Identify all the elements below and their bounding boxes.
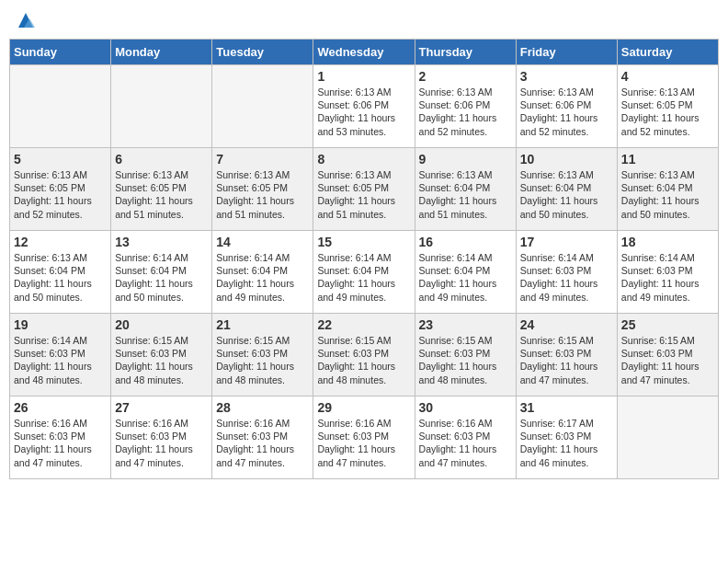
calendar-cell: 31Sunrise: 6:17 AMSunset: 6:03 PMDayligh… — [516, 396, 617, 479]
day-number: 23 — [419, 317, 512, 332]
day-info: Sunrise: 6:13 AMSunset: 6:05 PMDaylight:… — [317, 168, 410, 221]
day-info: Sunrise: 6:13 AMSunset: 6:04 PMDaylight:… — [621, 168, 714, 221]
day-info: Sunrise: 6:14 AMSunset: 6:03 PMDaylight:… — [520, 251, 613, 304]
day-number: 12 — [14, 235, 107, 249]
day-info: Sunrise: 6:13 AMSunset: 6:05 PMDaylight:… — [621, 86, 714, 138]
calendar-cell: 29Sunrise: 6:16 AMSunset: 6:03 PMDayligh… — [313, 396, 415, 479]
day-number: 8 — [317, 152, 410, 167]
day-number: 17 — [520, 235, 613, 249]
day-info: Sunrise: 6:14 AMSunset: 6:03 PMDaylight:… — [621, 251, 714, 304]
calendar-cell: 26Sunrise: 6:16 AMSunset: 6:03 PMDayligh… — [10, 396, 111, 479]
calendar-cell: 22Sunrise: 6:15 AMSunset: 6:03 PMDayligh… — [313, 314, 415, 396]
day-info: Sunrise: 6:14 AMSunset: 6:04 PMDaylight:… — [317, 251, 410, 304]
day-info: Sunrise: 6:13 AMSunset: 6:05 PMDaylight:… — [115, 168, 208, 221]
day-number: 7 — [216, 152, 309, 167]
day-info: Sunrise: 6:16 AMSunset: 6:03 PMDaylight:… — [317, 417, 410, 469]
calendar-week-row: 5Sunrise: 6:13 AMSunset: 6:05 PMDaylight… — [10, 148, 719, 231]
day-number: 21 — [216, 317, 309, 332]
day-info: Sunrise: 6:13 AMSunset: 6:06 PMDaylight:… — [419, 86, 512, 138]
day-number: 22 — [317, 317, 410, 332]
calendar-cell: 8Sunrise: 6:13 AMSunset: 6:05 PMDaylight… — [313, 148, 415, 231]
day-number: 2 — [419, 69, 512, 84]
column-header-sunday: Sunday — [10, 40, 111, 65]
day-number: 26 — [14, 400, 107, 415]
day-info: Sunrise: 6:14 AMSunset: 6:03 PMDaylight:… — [14, 334, 107, 386]
calendar-cell: 15Sunrise: 6:14 AMSunset: 6:04 PMDayligh… — [313, 231, 415, 314]
day-info: Sunrise: 6:15 AMSunset: 6:03 PMDaylight:… — [317, 334, 410, 386]
day-info: Sunrise: 6:16 AMSunset: 6:03 PMDaylight:… — [14, 417, 107, 469]
calendar-cell — [111, 65, 212, 148]
day-number: 18 — [621, 235, 714, 249]
calendar-week-row: 19Sunrise: 6:14 AMSunset: 6:03 PMDayligh… — [10, 314, 719, 396]
calendar-table: SundayMondayTuesdayWednesdayThursdayFrid… — [9, 39, 719, 479]
day-number: 25 — [621, 317, 714, 332]
day-number: 27 — [115, 400, 208, 415]
day-info: Sunrise: 6:15 AMSunset: 6:03 PMDaylight:… — [520, 334, 613, 386]
calendar-cell: 23Sunrise: 6:15 AMSunset: 6:03 PMDayligh… — [415, 314, 516, 396]
day-info: Sunrise: 6:13 AMSunset: 6:04 PMDaylight:… — [419, 168, 512, 221]
day-info: Sunrise: 6:16 AMSunset: 6:03 PMDaylight:… — [216, 417, 309, 469]
calendar-cell: 19Sunrise: 6:14 AMSunset: 6:03 PMDayligh… — [10, 314, 111, 396]
calendar-cell: 3Sunrise: 6:13 AMSunset: 6:06 PMDaylight… — [516, 65, 617, 148]
day-info: Sunrise: 6:14 AMSunset: 6:04 PMDaylight:… — [115, 251, 208, 304]
calendar-cell — [10, 65, 111, 148]
calendar-cell: 16Sunrise: 6:14 AMSunset: 6:04 PMDayligh… — [415, 231, 516, 314]
calendar-week-row: 12Sunrise: 6:13 AMSunset: 6:04 PMDayligh… — [10, 231, 719, 314]
day-info: Sunrise: 6:15 AMSunset: 6:03 PMDaylight:… — [115, 334, 208, 386]
calendar-cell: 5Sunrise: 6:13 AMSunset: 6:05 PMDaylight… — [10, 148, 111, 231]
day-number: 6 — [115, 152, 208, 167]
day-info: Sunrise: 6:13 AMSunset: 6:04 PMDaylight:… — [14, 251, 107, 304]
logo — [13, 9, 37, 31]
day-info: Sunrise: 6:15 AMSunset: 6:03 PMDaylight:… — [216, 334, 309, 386]
day-number: 13 — [115, 235, 208, 249]
day-info: Sunrise: 6:17 AMSunset: 6:03 PMDaylight:… — [520, 417, 613, 469]
day-number: 11 — [621, 152, 714, 167]
calendar-week-row: 26Sunrise: 6:16 AMSunset: 6:03 PMDayligh… — [10, 396, 719, 479]
day-info: Sunrise: 6:13 AMSunset: 6:04 PMDaylight:… — [520, 168, 613, 221]
calendar-cell: 27Sunrise: 6:16 AMSunset: 6:03 PMDayligh… — [111, 396, 212, 479]
day-number: 24 — [520, 317, 613, 332]
day-number: 5 — [14, 152, 107, 167]
column-header-tuesday: Tuesday — [212, 40, 313, 65]
calendar-header-row: SundayMondayTuesdayWednesdayThursdayFrid… — [10, 40, 719, 65]
day-number: 14 — [216, 235, 309, 249]
calendar-cell: 13Sunrise: 6:14 AMSunset: 6:04 PMDayligh… — [111, 231, 212, 314]
day-number: 10 — [520, 152, 613, 167]
day-number: 30 — [419, 400, 512, 415]
calendar-cell: 20Sunrise: 6:15 AMSunset: 6:03 PMDayligh… — [111, 314, 212, 396]
calendar-cell: 1Sunrise: 6:13 AMSunset: 6:06 PMDaylight… — [313, 65, 415, 148]
calendar-cell: 30Sunrise: 6:16 AMSunset: 6:03 PMDayligh… — [415, 396, 516, 479]
header — [9, 9, 719, 31]
calendar-cell: 9Sunrise: 6:13 AMSunset: 6:04 PMDaylight… — [415, 148, 516, 231]
day-number: 3 — [520, 69, 613, 84]
calendar-cell: 21Sunrise: 6:15 AMSunset: 6:03 PMDayligh… — [212, 314, 313, 396]
column-header-saturday: Saturday — [617, 40, 718, 65]
day-number: 20 — [115, 317, 208, 332]
calendar-cell: 7Sunrise: 6:13 AMSunset: 6:05 PMDaylight… — [212, 148, 313, 231]
day-info: Sunrise: 6:13 AMSunset: 6:05 PMDaylight:… — [14, 168, 107, 221]
calendar-cell: 11Sunrise: 6:13 AMSunset: 6:04 PMDayligh… — [617, 148, 718, 231]
calendar-cell: 28Sunrise: 6:16 AMSunset: 6:03 PMDayligh… — [212, 396, 313, 479]
day-number: 29 — [317, 400, 410, 415]
day-number: 4 — [621, 69, 714, 84]
day-number: 16 — [419, 235, 512, 249]
calendar-cell — [617, 396, 718, 479]
calendar-cell: 18Sunrise: 6:14 AMSunset: 6:03 PMDayligh… — [617, 231, 718, 314]
calendar-cell: 14Sunrise: 6:14 AMSunset: 6:04 PMDayligh… — [212, 231, 313, 314]
day-info: Sunrise: 6:14 AMSunset: 6:04 PMDaylight:… — [216, 251, 309, 304]
day-number: 31 — [520, 400, 613, 415]
calendar-cell: 2Sunrise: 6:13 AMSunset: 6:06 PMDaylight… — [415, 65, 516, 148]
column-header-monday: Monday — [111, 40, 212, 65]
logo-icon — [15, 9, 37, 31]
day-info: Sunrise: 6:13 AMSunset: 6:05 PMDaylight:… — [216, 168, 309, 221]
column-header-friday: Friday — [516, 40, 617, 65]
calendar-cell: 17Sunrise: 6:14 AMSunset: 6:03 PMDayligh… — [516, 231, 617, 314]
day-info: Sunrise: 6:16 AMSunset: 6:03 PMDaylight:… — [419, 417, 512, 469]
calendar-cell: 25Sunrise: 6:15 AMSunset: 6:03 PMDayligh… — [617, 314, 718, 396]
calendar-cell: 12Sunrise: 6:13 AMSunset: 6:04 PMDayligh… — [10, 231, 111, 314]
day-number: 15 — [317, 235, 410, 249]
calendar-cell: 6Sunrise: 6:13 AMSunset: 6:05 PMDaylight… — [111, 148, 212, 231]
day-number: 9 — [419, 152, 512, 167]
column-header-thursday: Thursday — [415, 40, 516, 65]
day-info: Sunrise: 6:15 AMSunset: 6:03 PMDaylight:… — [621, 334, 714, 386]
